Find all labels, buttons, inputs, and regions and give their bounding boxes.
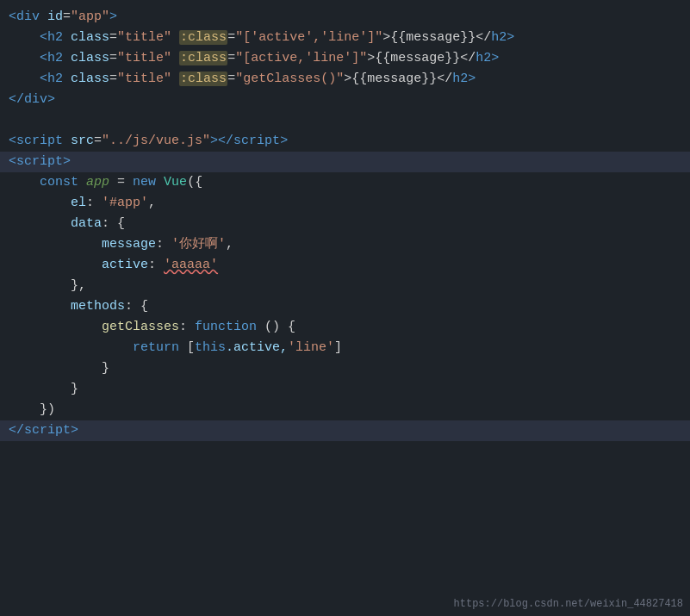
code-line: data: { <box>0 214 690 234</box>
token: , <box>148 196 156 210</box>
token: function <box>195 320 257 334</box>
token: >{{message}}</ <box>344 72 452 86</box>
code-line: <script src="../js/vue.js"></script> <box>0 131 690 152</box>
token: '#app' <box>102 196 148 210</box>
line-content: </script> <box>9 420 690 441</box>
token <box>9 30 40 45</box>
token: app <box>86 175 109 190</box>
token: 'line' <box>288 340 334 355</box>
line-content: data: { <box>9 214 690 234</box>
line-content: getClasses: function () { <box>9 317 690 338</box>
token <box>9 258 102 272</box>
token: h2 <box>47 51 63 65</box>
token: '你好啊' <box>171 237 226 252</box>
token: () { <box>257 320 295 334</box>
token: "title" <box>117 72 171 86</box>
token <box>9 196 71 210</box>
token <box>9 299 71 314</box>
line-content: const app = new Vue({ <box>9 172 690 193</box>
line-content: <h2 class="title" :class="[active,'line'… <box>9 48 690 69</box>
token: .active, <box>226 340 288 355</box>
token: methods <box>71 299 125 314</box>
token: ] <box>334 340 342 355</box>
token: :class <box>179 72 227 86</box>
token: class <box>63 72 109 86</box>
code-line <box>0 110 690 131</box>
line-content: } <box>9 379 690 400</box>
token: < <box>9 134 16 148</box>
token: h2 <box>491 30 507 45</box>
line-content: <script> <box>9 152 690 172</box>
token: class <box>63 30 109 45</box>
token: ({ <box>187 175 202 190</box>
token: h2 <box>47 30 63 45</box>
token: > <box>507 30 514 45</box>
token: < <box>40 51 47 65</box>
token <box>171 51 179 65</box>
code-line: } <box>0 379 690 400</box>
token: div <box>16 9 40 24</box>
token <box>171 72 179 86</box>
token: > <box>47 92 55 107</box>
token: Vue <box>164 175 187 190</box>
code-line: </div> <box>0 90 690 110</box>
line-content: } <box>9 358 690 379</box>
line-content: <h2 class="title" :class="['active','lin… <box>9 28 690 48</box>
token: </ <box>9 423 24 438</box>
token: :class <box>179 30 227 45</box>
line-content: message: '你好啊', <box>9 234 690 255</box>
token: </ <box>9 92 24 107</box>
code-line: <div id="app"> <box>0 7 690 28</box>
token: : { <box>102 216 125 231</box>
token <box>156 175 164 190</box>
line-content: </div> <box>9 90 690 110</box>
token <box>78 175 86 190</box>
token: "../js/vue.js" <box>102 134 210 148</box>
token: = <box>94 134 102 148</box>
token: "title" <box>117 30 171 45</box>
url-label: https://blog.csdn.net/weixin_44827418 <box>447 593 690 616</box>
line-content: <h2 class="title" :class="getClasses()">… <box>9 69 690 90</box>
line-content: return [this.active,'line'] <box>9 338 690 358</box>
code-line: const app = new Vue({ <box>0 172 690 193</box>
token: data <box>71 216 102 231</box>
token: :class <box>179 51 227 65</box>
token: = <box>109 72 117 86</box>
token <box>9 382 71 396</box>
token <box>9 320 102 334</box>
token: < <box>9 154 16 169</box>
token: div <box>24 92 47 107</box>
code-line: active: 'aaaaa' <box>0 255 690 276</box>
token: new <box>133 175 156 190</box>
code-line: return [this.active,'line'] <box>0 338 690 358</box>
code-line: <h2 class="title" :class="['active','lin… <box>0 28 690 48</box>
token: return <box>133 340 179 355</box>
token: "title" <box>117 51 171 65</box>
line-content: methods: { <box>9 296 690 317</box>
token: "getClasses()" <box>235 72 344 86</box>
token: script <box>24 423 71 438</box>
token: message <box>102 237 156 252</box>
token: < <box>40 30 47 45</box>
token: script <box>16 154 63 169</box>
code-line: }) <box>0 400 690 420</box>
token: = <box>63 9 71 24</box>
token <box>9 340 133 355</box>
line-content: }, <box>9 276 690 296</box>
token: script <box>16 134 63 148</box>
token: ></ <box>210 134 233 148</box>
token: : <box>156 237 171 252</box>
token <box>9 175 40 190</box>
code-line: }, <box>0 276 690 296</box>
code-line: getClasses: function () { <box>0 317 690 338</box>
code-line: <script> <box>0 152 690 172</box>
token: = <box>109 51 117 65</box>
token: src <box>63 134 94 148</box>
token: "app" <box>71 9 109 24</box>
line-content: active: 'aaaaa' <box>9 255 690 276</box>
token: "['active','line']" <box>235 30 382 45</box>
code-line: } <box>0 358 690 379</box>
token: }) <box>40 402 55 417</box>
code-line: el: '#app', <box>0 193 690 214</box>
token: , <box>226 237 233 252</box>
